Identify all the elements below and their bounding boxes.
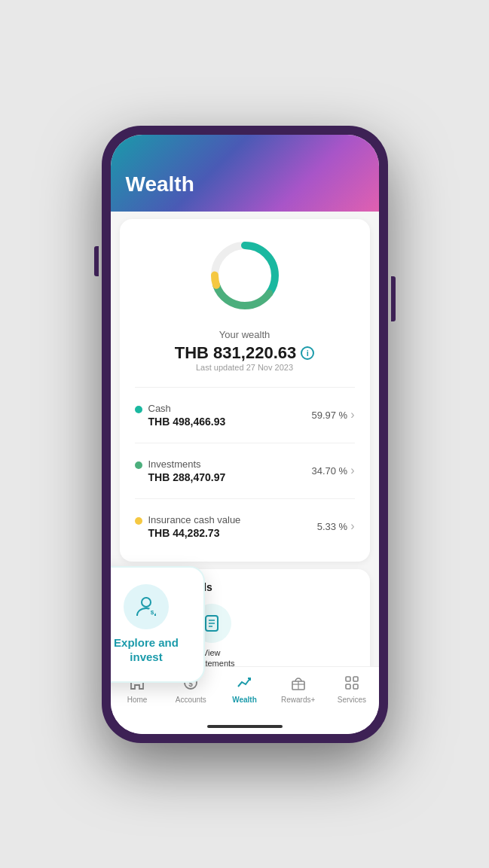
wealth-item-cash[interactable]: Cash THB 498,466.93 59.97 % › [135, 395, 355, 435]
services-icon [342, 673, 362, 693]
page-wrapper: Wealth [0, 0, 489, 868]
cash-percent: 59.97 % [311, 410, 347, 421]
explore-invest-label: Explore and invest [111, 635, 191, 665]
investments-dot [135, 461, 142, 469]
nav-wealth[interactable]: Wealth [218, 673, 271, 704]
svg-point-17 [142, 598, 151, 607]
rewards-icon [289, 673, 308, 693]
phone-screen: Wealth [111, 135, 379, 734]
nav-services-label: Services [338, 696, 366, 704]
nav-home-label: Home [127, 696, 148, 704]
insurance-chevron: › [350, 519, 354, 533]
wealth-card: Your wealth THB 831,220.63 i Last update… [120, 219, 370, 562]
nav-services[interactable]: Services [325, 673, 378, 704]
insurance-dot [135, 517, 142, 525]
cash-dot [135, 406, 142, 413]
nav-rewards[interactable]: Rewards+ [271, 673, 325, 704]
insurance-value: THB 44,282.73 [148, 527, 241, 539]
svg-rect-14 [353, 677, 358, 681]
info-icon[interactable]: i [301, 346, 314, 360]
phone-device: Wealth [102, 126, 388, 743]
home-bar [207, 725, 283, 728]
donut-chart [203, 234, 286, 317]
wealth-updated: Last updated 27 Nov 2023 [135, 363, 355, 372]
investments-label: Investments [148, 458, 226, 470]
investments-percent: 34.70 % [311, 465, 347, 477]
svg-rect-13 [346, 677, 350, 681]
divider3 [135, 498, 355, 499]
app-header: Wealth [111, 135, 379, 212]
insurance-label: Insurance cash value [148, 514, 241, 525]
donut-chart-container [135, 234, 355, 317]
insurance-percent: 5.33 % [317, 521, 347, 532]
svg-rect-16 [353, 684, 358, 689]
wealth-amount-value: THB 831,220.63 [175, 343, 296, 363]
investments-value: THB 288,470.97 [148, 471, 226, 483]
divider2 [135, 443, 355, 443]
divider [135, 387, 355, 388]
explore-person-icon: $ [133, 593, 160, 620]
wealth-amount-row: THB 831,220.63 i [135, 343, 355, 363]
cash-chevron: › [350, 408, 354, 422]
wealth-item-insurance[interactable]: Insurance cash value THB 44,282.73 5.33 … [135, 507, 355, 547]
nav-accounts-label: Accounts [176, 696, 206, 704]
wealth-icon [235, 673, 255, 693]
page-title: Wealth [126, 172, 364, 196]
explore-invest-card[interactable]: $ Explore and invest [111, 566, 205, 683]
nav-rewards-label: Rewards+ [281, 696, 315, 704]
svg-rect-15 [346, 684, 350, 689]
home-indicator [111, 719, 379, 734]
investments-chevron: › [350, 464, 354, 477]
explore-icon-circle: $ [124, 584, 169, 629]
nav-wealth-label: Wealth [232, 696, 257, 704]
wealth-item-investments[interactable]: Investments THB 288,470.97 34.70 % › [135, 451, 355, 491]
cash-label: Cash [148, 403, 226, 414]
wealth-label: Your wealth [135, 329, 355, 340]
svg-text:$: $ [151, 608, 154, 615]
cash-value: THB 498,466.93 [148, 416, 226, 428]
